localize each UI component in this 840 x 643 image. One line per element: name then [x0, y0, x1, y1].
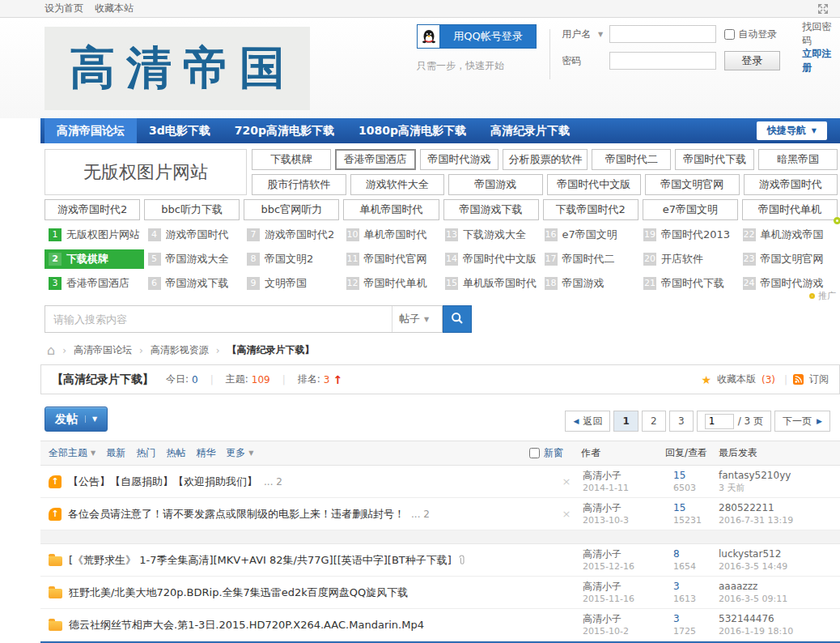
nav-tab-3d[interactable]: 3d电影下载 — [137, 118, 223, 143]
rank-item[interactable]: 11帝国时代官网 — [342, 249, 442, 269]
promo-link[interactable]: 帝国时代二 — [592, 149, 671, 170]
quick-nav-button[interactable]: 快捷导航 ▼ — [757, 121, 827, 140]
nav-tab-forum[interactable]: 高清帝国论坛 — [45, 118, 137, 143]
rank-item[interactable]: 1无版权图片网站 — [45, 225, 144, 245]
thread-author[interactable]: 高清小子 — [583, 581, 673, 593]
rank-item[interactable]: 17帝国时代二 — [541, 249, 640, 269]
thread-title[interactable]: 狂野北美/北美大地720p.BDRip.全集7集迅雷ed2k百度网盘QQ旋风下载 — [69, 586, 408, 600]
close-icon[interactable]: × — [550, 508, 583, 520]
rank-item[interactable]: 13下载游戏大全 — [441, 225, 541, 245]
site-logo[interactable]: 高清帝国 — [45, 27, 310, 110]
last-post-time[interactable]: 2016-3-5 14:49 — [719, 560, 840, 573]
last-post-user[interactable]: fantasy5210yy — [719, 470, 840, 482]
thread-replies[interactable]: 3 — [673, 613, 719, 625]
thread-title[interactable]: 【公告】【自愿捐助】【欢迎捐助我们】 — [68, 475, 257, 489]
breadcrumb-category[interactable]: 高清影视资源 — [151, 343, 209, 357]
thread-title[interactable]: [《荒野求生》 1-7季全集高清][MKV+AVI 82集/共77G][[英语中… — [69, 553, 452, 568]
rank-item[interactable]: 14帝国时代中文版 — [441, 249, 541, 269]
rank-item[interactable]: 4游戏帝国时代 — [144, 225, 244, 245]
promo-link[interactable]: 分析股票的软件 — [503, 149, 588, 170]
promo-link[interactable]: 帝国文明官网 — [645, 174, 740, 195]
rank-item[interactable]: 20开店软件 — [639, 249, 739, 269]
last-post-time[interactable]: 2016-1-19 18:10 — [719, 625, 840, 637]
promo-big-link[interactable]: 无版权图片网站 — [45, 149, 247, 195]
promo-link[interactable]: 帝国游戏下载 — [443, 199, 539, 220]
thread-replies[interactable]: 15 — [673, 470, 719, 482]
rank-item[interactable]: 9文明帝国 — [243, 274, 342, 293]
breadcrumb-current[interactable]: 【高清纪录片下载】 — [227, 343, 315, 357]
nav-tab-720p[interactable]: 720p高清电影下载 — [223, 118, 346, 143]
promo-link[interactable]: bbc官网听力 — [244, 199, 339, 220]
filter-digest[interactable]: 精华 — [196, 446, 215, 460]
promo-link[interactable]: 下载帝国时代2 — [543, 199, 638, 220]
rank-item[interactable]: 21帝国时代下载 — [639, 274, 739, 293]
promo-link[interactable]: 下载棋牌 — [252, 149, 331, 170]
promo-link[interactable]: e7帝国文明 — [643, 199, 738, 220]
thread-title[interactable]: 各位会员请注意了！请不要发露点或限制级的电影上来！违者删贴封号！ — [68, 507, 405, 522]
favorite-link[interactable]: 收藏本版 — [717, 373, 756, 386]
thread-page-links[interactable]: ... 2 — [264, 476, 282, 488]
promo-link-active[interactable]: 香港帝国酒店 — [335, 149, 416, 170]
new-window-checkbox[interactable] — [529, 448, 540, 458]
search-button[interactable] — [443, 305, 472, 333]
filter-hot[interactable]: 热门 — [136, 446, 155, 460]
last-post-time[interactable]: 3 天前 — [719, 482, 840, 494]
rank-item[interactable]: 6帝国游戏下载 — [144, 274, 244, 293]
thread-title[interactable]: 德云社纲丝节相声大会.第1-3日.2015.HD720P.X264.AAC.Ma… — [69, 618, 424, 632]
promo-link[interactable]: 游戏帝国时代 — [744, 174, 838, 195]
page-1-button[interactable]: 1 — [613, 411, 638, 432]
thread-replies[interactable]: 8 — [673, 548, 719, 560]
promo-link[interactable]: bbc听力下载 — [144, 199, 240, 220]
page-2-button[interactable]: 2 — [642, 411, 666, 432]
rank-item[interactable]: 15单机版帝国时代 — [441, 274, 541, 293]
nav-tab-1080p[interactable]: 1080p高清电影下载 — [346, 118, 478, 143]
home-icon[interactable]: ⌂ — [47, 346, 55, 356]
new-window-option[interactable]: 新窗 — [529, 446, 581, 460]
promo-link[interactable]: 帝国时代单机 — [742, 199, 838, 220]
auto-login-checkbox[interactable] — [724, 29, 735, 40]
close-icon[interactable]: × — [550, 475, 583, 488]
set-home-link[interactable]: 设为首页 — [45, 2, 83, 15]
new-post-button[interactable]: 发帖 ▼ — [45, 407, 108, 432]
bookmark-link[interactable]: 收藏本站 — [95, 2, 134, 15]
thread-author[interactable]: 高清小子 — [583, 502, 673, 514]
auto-login-option[interactable]: 自动登录 — [724, 28, 792, 41]
thread-replies[interactable]: 15 — [673, 502, 719, 514]
promo-link[interactable]: 单机帝国时代 — [343, 199, 439, 220]
rank-item[interactable]: 7游戏帝国时代2 — [243, 225, 342, 245]
rank-item[interactable]: 5帝国游戏大全 — [144, 249, 244, 269]
expand-icon[interactable] — [817, 3, 829, 15]
rank-item[interactable]: 22单机游戏帝国 — [739, 225, 838, 245]
breadcrumb-forum-home[interactable]: 高清帝国论坛 — [74, 343, 132, 357]
thread-author[interactable]: 高清小子 — [583, 613, 673, 625]
promo-link[interactable]: 游戏软件大全 — [350, 174, 445, 195]
page-3-button[interactable]: 3 — [669, 411, 694, 432]
nav-tab-documentary[interactable]: 高清纪录片下载 — [478, 118, 582, 143]
last-post-user[interactable]: aaaazzz — [719, 581, 840, 593]
promo-link[interactable]: 帝国时代下载 — [675, 149, 754, 170]
rank-item-highlighted[interactable]: 2下载棋牌 — [45, 249, 144, 269]
thread-author[interactable]: 高清小子 — [583, 548, 673, 560]
rank-item[interactable]: 23帝国文明官网 — [739, 249, 838, 269]
rank-item[interactable]: 8帝国文明2 — [243, 249, 342, 269]
rank-item[interactable]: 12帝国时代单机 — [342, 274, 442, 293]
next-page-button[interactable]: 下一页 ▶ — [774, 411, 830, 432]
search-input[interactable] — [45, 306, 392, 332]
rank-item[interactable]: 18帝国游戏 — [541, 274, 640, 293]
username-dropdown-icon[interactable]: ▼ — [598, 31, 603, 38]
subscribe-link[interactable]: 订阅 — [809, 373, 829, 386]
promo-link[interactable]: 帝国游戏 — [448, 174, 543, 195]
filter-more[interactable]: 更多 ▼ — [226, 446, 253, 460]
promo-link[interactable]: 帝国时代游戏 — [420, 149, 499, 170]
filter-newest[interactable]: 最新 — [106, 446, 125, 460]
register-link[interactable]: 立即注册 — [802, 47, 840, 75]
rank-item[interactable]: 3香港帝国酒店 — [45, 274, 144, 293]
filter-hot-posts[interactable]: 热帖 — [166, 446, 185, 460]
last-post-time[interactable]: 2016-7-31 13:19 — [719, 514, 840, 526]
last-post-user[interactable]: 532144476 — [719, 613, 840, 625]
forgot-password-link[interactable]: 找回密码 — [802, 20, 840, 48]
rank-item[interactable]: 10单机帝国时代 — [342, 225, 442, 245]
thread-author[interactable]: 高清小子 — [583, 470, 673, 482]
last-post-user[interactable]: 280522211 — [719, 502, 840, 514]
rank-item[interactable]: 19帝国时代2013 — [639, 225, 739, 245]
